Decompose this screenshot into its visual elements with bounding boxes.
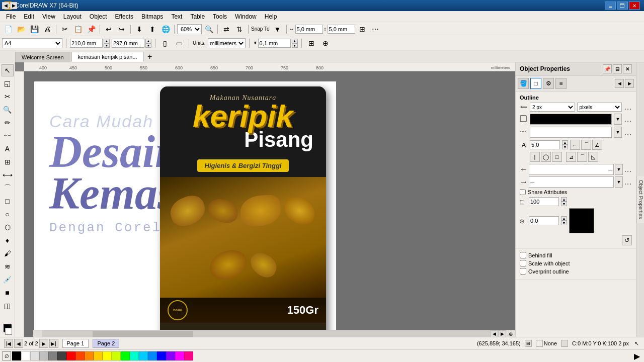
arrow-end-select[interactable]: — bbox=[529, 176, 614, 188]
swatch-blue[interactable] bbox=[148, 351, 157, 360]
menu-help[interactable]: Help bbox=[261, 11, 281, 22]
arrow-start-more[interactable]: … bbox=[624, 165, 632, 174]
second-down[interactable]: ▼ bbox=[561, 221, 567, 225]
ellipse-tool[interactable]: ○ bbox=[2, 208, 14, 220]
new-btn[interactable]: 📄 bbox=[2, 24, 14, 35]
width-up[interactable]: ▲ bbox=[104, 39, 110, 43]
swatch-scroll-right[interactable]: ▶ bbox=[632, 351, 642, 361]
no-color-swatch[interactable]: ∅ bbox=[2, 351, 11, 360]
arrow-end-dropdown[interactable]: ▼ bbox=[615, 176, 623, 188]
arrow-start-dropdown[interactable]: ▼ bbox=[615, 164, 623, 175]
zoom-select[interactable]: 60% bbox=[177, 24, 202, 34]
scrollbar-thumb-h[interactable] bbox=[93, 331, 193, 337]
open-btn[interactable]: 📂 bbox=[15, 24, 27, 35]
print-btn[interactable]: 🖨 bbox=[41, 24, 53, 35]
behind-fill-checkbox[interactable] bbox=[520, 252, 526, 258]
swatch-yellow-green[interactable] bbox=[112, 351, 121, 360]
menu-text[interactable]: Text bbox=[167, 11, 186, 22]
fill-tab-icon[interactable]: 🪣 bbox=[518, 78, 529, 89]
opacity-down[interactable]: ▼ bbox=[561, 202, 567, 206]
more-tab-icon[interactable]: ≡ bbox=[555, 78, 567, 89]
menu-edit[interactable]: Edit bbox=[20, 11, 38, 22]
import-btn[interactable]: ⬇ bbox=[133, 24, 145, 35]
snap-x-input[interactable] bbox=[295, 25, 323, 34]
menu-table[interactable]: Table bbox=[186, 11, 209, 22]
snap-dropdown[interactable]: ▼ bbox=[272, 24, 284, 35]
table-tool[interactable]: ⊞ bbox=[2, 156, 14, 168]
panel-expand-icon[interactable]: ⊟ bbox=[613, 64, 622, 73]
prev-page-btn[interactable]: ◀ bbox=[14, 339, 23, 348]
next-page-btn[interactable]: ▶ bbox=[39, 339, 48, 348]
menu-window[interactable]: Window bbox=[231, 11, 261, 22]
fill-color-preview[interactable] bbox=[569, 208, 594, 233]
sync-icon[interactable]: ↺ bbox=[622, 235, 632, 245]
smear-tool[interactable]: ≋ bbox=[2, 260, 14, 273]
swatch-pink[interactable] bbox=[184, 351, 193, 360]
outline-color-dropdown[interactable]: ▼ bbox=[614, 114, 622, 125]
overprint-checkbox[interactable] bbox=[520, 268, 526, 275]
doc-type-select[interactable]: A4 bbox=[2, 38, 62, 48]
copy-btn[interactable]: 📋 bbox=[72, 24, 84, 35]
panel-fwd-icon[interactable]: ▶ bbox=[625, 79, 634, 88]
join-bevel-btn[interactable]: ◺ bbox=[588, 152, 598, 162]
outline-color-box[interactable] bbox=[530, 114, 612, 125]
zoom-icon[interactable]: ⊕ bbox=[506, 330, 515, 337]
connector-tool[interactable]: ⌒ bbox=[2, 182, 14, 194]
outline-width-select[interactable]: 2 px bbox=[530, 103, 575, 112]
add-page-btn[interactable]: ⊕ bbox=[319, 38, 332, 49]
nudge-down[interactable]: ▼ bbox=[292, 43, 298, 48]
outline-dash-more[interactable]: … bbox=[624, 128, 632, 137]
swatch-light-gray[interactable] bbox=[30, 351, 39, 360]
swatch-red[interactable] bbox=[66, 351, 75, 360]
height-input[interactable] bbox=[112, 39, 144, 48]
units-select[interactable]: millimeters bbox=[208, 38, 246, 48]
width-input[interactable] bbox=[70, 39, 103, 48]
landscape-btn[interactable]: ▭ bbox=[173, 38, 185, 49]
swatch-silver[interactable] bbox=[39, 351, 48, 360]
mirror-v-btn[interactable]: ⇅ bbox=[233, 24, 246, 35]
shape-tool[interactable]: ◱ bbox=[2, 77, 14, 89]
menu-layout[interactable]: Layout bbox=[59, 11, 86, 22]
swatch-black[interactable] bbox=[12, 351, 21, 360]
swatch-yellow[interactable] bbox=[103, 351, 112, 360]
outline-tab-icon[interactable]: □ bbox=[530, 78, 541, 89]
opacity-up[interactable]: ▲ bbox=[561, 197, 567, 202]
menu-tools[interactable]: Tools bbox=[209, 11, 231, 22]
swatch-green[interactable] bbox=[121, 351, 130, 360]
cut-btn[interactable]: ✂ bbox=[59, 24, 71, 35]
crop-tool[interactable]: ✂ bbox=[2, 90, 14, 103]
mirror-h-btn[interactable]: ⇄ bbox=[220, 24, 232, 35]
menu-bitmaps[interactable]: Bitmaps bbox=[137, 11, 167, 22]
tab-arrow-left[interactable]: ◀ bbox=[2, 2, 9, 9]
menu-file[interactable]: File bbox=[2, 11, 20, 22]
panel-pin-icon[interactable]: 📌 bbox=[603, 64, 612, 73]
cap-flat-btn[interactable]: | bbox=[530, 152, 540, 162]
join-miter-btn[interactable]: ⊿ bbox=[566, 152, 576, 162]
outline-unit-select[interactable]: pixels bbox=[577, 103, 622, 112]
eyedropper-tool[interactable]: 💉 bbox=[2, 274, 14, 286]
tab-add-button[interactable]: + bbox=[145, 52, 155, 62]
basic-shapes-tool[interactable]: ♦ bbox=[2, 234, 14, 246]
swatch-magenta[interactable] bbox=[175, 351, 184, 360]
swatch-gray[interactable] bbox=[48, 351, 57, 360]
select-tool[interactable]: ↖ bbox=[2, 64, 14, 76]
maximize-button[interactable]: 🗖 bbox=[617, 2, 628, 10]
angle-up[interactable]: ▲ bbox=[562, 140, 568, 145]
snap-indicator[interactable]: ⊞ bbox=[525, 340, 532, 347]
publish-btn[interactable]: 🌐 bbox=[159, 24, 172, 35]
save-btn[interactable]: 💾 bbox=[28, 24, 40, 35]
first-page-btn[interactable]: |◀ bbox=[4, 339, 13, 348]
swatch-dark-blue[interactable] bbox=[157, 351, 166, 360]
swatch-cyan-green[interactable] bbox=[130, 351, 139, 360]
panel-back-icon[interactable]: ◀ bbox=[615, 79, 624, 88]
opacity-input[interactable] bbox=[529, 197, 559, 206]
close-button[interactable]: ✕ bbox=[629, 2, 640, 10]
tab-arrow-right[interactable]: ▶ bbox=[10, 2, 17, 9]
second-input[interactable] bbox=[529, 216, 559, 225]
portrait-btn[interactable]: ▯ bbox=[159, 38, 171, 49]
outline-color-more[interactable]: … bbox=[624, 115, 632, 124]
interactive-fill[interactable]: ■ bbox=[2, 287, 14, 299]
outline-dash-box[interactable] bbox=[530, 127, 612, 138]
angle-down[interactable]: ▼ bbox=[562, 145, 568, 149]
scroll-left[interactable]: ◀ bbox=[490, 330, 498, 337]
